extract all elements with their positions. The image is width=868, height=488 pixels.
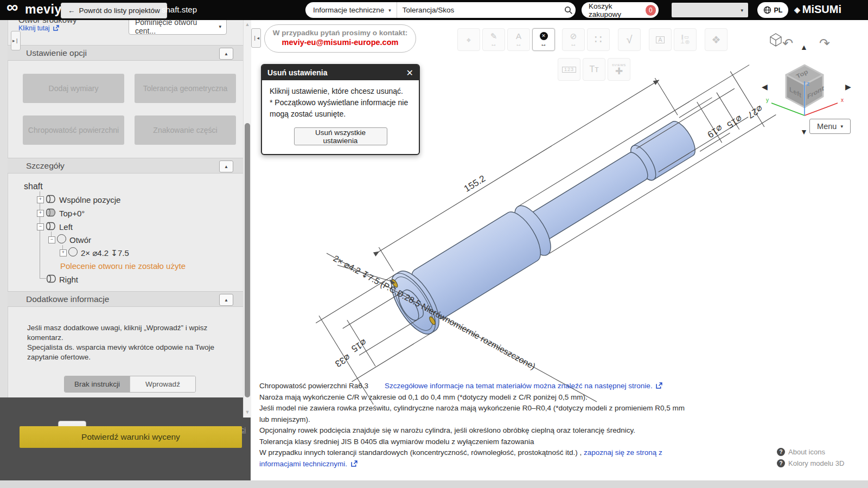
cube-icon bbox=[770, 34, 781, 46]
measure-button[interactable]: 123 bbox=[558, 58, 580, 81]
rotate-left-icon: ◀ bbox=[762, 82, 768, 91]
part-marking-button[interactable]: Znakowanie części bbox=[135, 115, 236, 145]
tree-expand-top[interactable]: + bbox=[37, 210, 44, 217]
search-category-select[interactable]: Informacje techniczne▾ bbox=[305, 2, 397, 18]
enter-instruction-toggle[interactable]: Wprowadź bbox=[130, 376, 195, 392]
confirm-quote-button[interactable]: Potwierdź warunki wyceny bbox=[20, 426, 242, 448]
text-size-icon: Tт bbox=[589, 65, 598, 74]
materials-link[interactable]: Szczegółowe informacje na temat materiał… bbox=[385, 382, 663, 390]
face-icon bbox=[46, 195, 56, 203]
undercut-note: Opcjonalny rowek podcięcia znajduje się … bbox=[259, 425, 693, 436]
center-hole-link[interactable]: Kliknij tutaj bbox=[18, 24, 59, 32]
scroll-down-icon[interactable]: ▼ bbox=[244, 409, 251, 415]
tree-item-hole-group[interactable]: Otwór bbox=[69, 235, 91, 245]
tolerance-note: Tolerancja klasy średniej JIS B 0405 dla… bbox=[259, 436, 693, 448]
top-bar: ∞ meviy ← Powrót do listy projektów shaf… bbox=[0, 0, 868, 20]
hide-dimension-button[interactable]: ⊘↔ bbox=[562, 28, 585, 51]
rotate-ccw-icon: ↶ bbox=[782, 36, 793, 50]
feature-tree: shaft + Wspólne pozycje + Top+0° − Left … bbox=[20, 182, 237, 288]
scrollbar-thumb[interactable] bbox=[245, 123, 250, 397]
delete-dimension-button[interactable]: ✕↔ bbox=[532, 28, 555, 51]
text-dimension-button[interactable]: A↔ bbox=[507, 28, 530, 51]
geometric-tolerance-button[interactable]: Tolerancja geometryczna bbox=[135, 74, 236, 103]
scroll-up-icon[interactable]: ▲ bbox=[244, 22, 251, 27]
main-collapse-handle[interactable]: ❘◂ bbox=[251, 28, 261, 48]
view-menu-button[interactable]: Menu▾ bbox=[809, 119, 851, 134]
options-section-header: Ustawienie opcji ▲ bbox=[8, 45, 243, 61]
search-input[interactable]: Tolerancja/Skos bbox=[397, 6, 561, 14]
tree-item-right[interactable]: Right bbox=[59, 275, 78, 284]
six-views-button[interactable]: 6VIEWS✚ bbox=[608, 58, 630, 81]
misumi-logo[interactable]: ◈ MiSUMi bbox=[794, 3, 841, 16]
chamfer-icon: ❖ bbox=[711, 35, 720, 45]
edit-dimension-button[interactable]: ✎↔ bbox=[482, 28, 505, 51]
tree-collapse-otwor[interactable]: − bbox=[48, 236, 55, 243]
groove-note: Jeśli model nie zawiera rowka prześwitu,… bbox=[259, 403, 693, 425]
project-select[interactable]: ▾ bbox=[672, 3, 748, 17]
datum-button[interactable]: ⌖ bbox=[457, 28, 480, 51]
details-collapse-button[interactable]: ▲ bbox=[219, 160, 233, 172]
center-hole-select[interactable]: Pominięcie otworu cent...▾ bbox=[129, 20, 227, 35]
contact-email[interactable]: meviy-eu@misumi-europe.com bbox=[265, 38, 416, 47]
hole-pattern-button[interactable]: ∷ bbox=[587, 28, 610, 51]
file-name: shaft.step bbox=[162, 5, 197, 14]
geometric-tolerance-tool-button[interactable]: ∥▭⊥◎ bbox=[674, 28, 697, 51]
sidebar-scrollbar[interactable]: ▲ ▼ bbox=[243, 20, 251, 418]
close-icon[interactable]: ✕ bbox=[406, 68, 413, 78]
contact-box: W przypadku pytań prosimy o kontakt: mev… bbox=[264, 24, 416, 53]
chevron-down-icon: ▾ bbox=[741, 8, 743, 13]
delete-all-settings-button[interactable]: Usuń wszystkie ustawienia bbox=[294, 127, 387, 145]
meviy-logo[interactable]: meviy bbox=[25, 2, 62, 17]
surface-roughness-button[interactable]: Chropowatość powierzchni bbox=[23, 115, 124, 145]
external-link-icon bbox=[656, 382, 662, 389]
back-to-projects-button[interactable]: ← Powrót do listy projektów bbox=[61, 3, 167, 18]
language-button[interactable]: PL bbox=[757, 2, 788, 18]
other-tolerance-note: W przypadku innych tolerancji standardow… bbox=[259, 448, 584, 457]
model-colors-link[interactable]: ?Kolory modelu 3D bbox=[777, 459, 844, 467]
question-icon: ? bbox=[777, 459, 785, 467]
chevron-down-icon: ▾ bbox=[388, 8, 391, 13]
tree-expand-common[interactable]: + bbox=[37, 196, 44, 203]
six-views-icon: ✚ bbox=[615, 67, 623, 76]
external-link-icon bbox=[351, 460, 358, 467]
tree-item-common-positions[interactable]: Wspólne pozycje bbox=[59, 195, 120, 204]
tree-item-hole[interactable]: 2× ⌀4.2 ↧7.5 bbox=[81, 248, 129, 258]
axes bbox=[771, 81, 838, 115]
face-icon bbox=[46, 222, 56, 230]
text-size-button[interactable]: Tт bbox=[583, 58, 605, 81]
axis-z-label: z bbox=[807, 81, 809, 87]
additional-info-header: Dodatkowe informacje ▲ bbox=[8, 291, 243, 307]
tree-root[interactable]: shaft bbox=[24, 182, 43, 191]
tree-item-left[interactable]: Left bbox=[59, 222, 73, 232]
tree-warning: Polecenie otworu nie zostało użyte bbox=[60, 261, 186, 271]
chevron-down-icon: ▾ bbox=[840, 124, 843, 129]
tree-collapse-left[interactable]: − bbox=[37, 223, 44, 230]
roughness-note: Chropowatość powierzchni Ra6.3 bbox=[259, 382, 368, 390]
meviy-logo-icon[interactable]: ∞ bbox=[7, 0, 18, 16]
face-icon bbox=[46, 274, 57, 283]
axis-y-label: y bbox=[766, 97, 769, 103]
external-link-icon bbox=[53, 25, 59, 31]
part-marking-tool-button[interactable]: A bbox=[649, 28, 672, 51]
measure-icon: 123 bbox=[562, 67, 576, 73]
search-icon[interactable] bbox=[561, 6, 576, 15]
no-instruction-toggle[interactable]: Brak instrukcji bbox=[65, 376, 130, 392]
about-icons-link[interactable]: ?About icons bbox=[777, 448, 825, 456]
hide-dimension-icon: ⊘ bbox=[570, 32, 577, 40]
tree-item-top[interactable]: Top+0° bbox=[59, 209, 85, 218]
tree-expand-hole[interactable]: + bbox=[60, 249, 67, 256]
axis-x-label: x bbox=[841, 97, 844, 103]
add-dimensions-button[interactable]: Dodaj wymiary bbox=[23, 74, 124, 103]
surface-finish-button[interactable]: √ bbox=[618, 28, 641, 51]
surface-finish-icon: √ bbox=[627, 34, 633, 45]
delete-dimension-icon: ✕ bbox=[540, 32, 548, 40]
rotate-right-icon: ▶ bbox=[845, 82, 851, 91]
additional-collapse-button[interactable]: ▲ bbox=[219, 294, 233, 306]
search-group: Informacje techniczne▾ Tolerancja/Skos bbox=[305, 2, 576, 18]
datum-icon: ⌖ bbox=[467, 36, 471, 44]
sidebar-collapse-handle[interactable]: ▸❘ bbox=[11, 31, 21, 50]
options-collapse-button[interactable]: ▲ bbox=[219, 48, 233, 60]
chamfer-button[interactable]: ❖ bbox=[705, 28, 727, 51]
cart-button[interactable]: Koszyk zakupowy 0 bbox=[582, 2, 659, 18]
dialog-text-2: * Początkowo wyświetlane informacje nie … bbox=[270, 97, 411, 120]
